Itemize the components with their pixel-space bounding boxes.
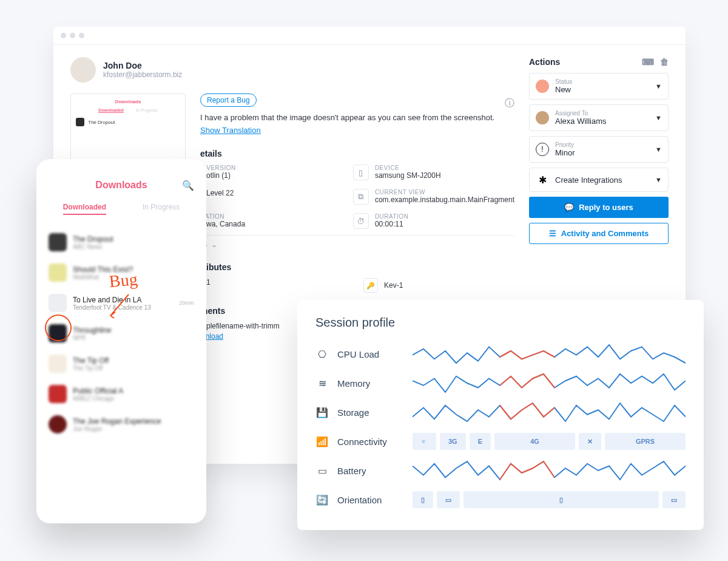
memory-icon: ≋: [315, 378, 329, 389]
attr-key-1: y-1: [200, 278, 351, 293]
battery-icon: ▭: [315, 465, 329, 477]
key-icon: 🔑: [363, 278, 378, 293]
status-label: Status: [555, 78, 572, 85]
location-label: CATION: [200, 213, 245, 220]
storage-icon: 💾: [315, 407, 329, 418]
duration-label: DURATION: [375, 213, 408, 220]
bug-description: I have a problem that the image doesn't …: [200, 113, 514, 122]
landscape-icon: ▭: [662, 491, 686, 508]
status-selector[interactable]: Status New ▼: [529, 73, 669, 100]
metric-storage: 💾 Storage: [315, 398, 686, 427]
assignee-selector[interactable]: Assigned To Alexa Williams ▼: [529, 104, 669, 131]
metric-label: Battery: [337, 466, 404, 476]
priority-selector[interactable]: ! Priority Minor ▼: [529, 136, 669, 163]
window-titlebar: [53, 27, 686, 45]
clock-icon: ⏱: [353, 213, 369, 229]
integrations-selector[interactable]: ✱ Create Integrations ▼: [529, 168, 669, 192]
show-translation-link[interactable]: Show Translation: [200, 126, 261, 135]
metric-battery: ▭ Battery: [315, 456, 686, 485]
podcast-art: [49, 264, 67, 282]
integrations-label: Create Integrations: [555, 175, 622, 185]
chevron-down-icon: ▼: [655, 83, 662, 90]
screenshot-thumbnail[interactable]: Downloads Downloaded In Progress The Dro…: [70, 93, 186, 163]
assignee-avatar: [536, 111, 549, 124]
list-item-highlighted: To Live and Die in LATenderfoot TV & Cad…: [49, 288, 194, 318]
conn-seg: E: [470, 433, 491, 450]
info-icon[interactable]: ⓘ: [505, 97, 514, 110]
metric-cpu: ⎔ CPU Load: [315, 339, 686, 369]
thumb-tab-inactive: In Progress: [136, 108, 158, 113]
device-label: DEVICE: [375, 165, 441, 171]
metric-orientation: 🔄 Orientation ▯ ▭ ▯ ▭: [315, 485, 686, 514]
priority-value: Minor: [555, 148, 575, 157]
section-details-title: etails: [200, 149, 514, 158]
thumb-title: Downloads: [76, 99, 180, 104]
sidebar-title: Actions: [529, 57, 560, 67]
phone-screenshot: Downloads 🔍 Downloaded In Progress The D…: [36, 159, 206, 523]
metric-label: Storage: [337, 407, 404, 418]
thumb-item-icon: [76, 118, 84, 126]
thumb-item-name: The Dropout: [88, 120, 115, 125]
podcast-art: [49, 355, 67, 373]
list-item: Public Official AWBEZ Chicago: [49, 379, 194, 409]
metric-memory: ≋ Memory: [315, 369, 686, 398]
podcast-art: [49, 415, 67, 433]
session-profile-card: Session profile ⎔ CPU Load ≋ Memory 💾 St…: [297, 300, 704, 530]
conn-seg: GPRS: [605, 433, 686, 450]
reporter-block: John Doe kfoster@jabberstorm.biz: [70, 57, 514, 83]
traffic-light: [70, 33, 75, 38]
memory-chart: [413, 373, 686, 393]
bug-annotation-circle: [45, 314, 72, 341]
status-dot-icon: [536, 80, 549, 93]
podcast-art-missing: [49, 294, 67, 312]
item-name: To Live and Die in LA: [73, 296, 151, 304]
avatar: [70, 57, 96, 83]
storage-chart: [413, 402, 686, 423]
status-value: New: [555, 85, 572, 94]
list-item: The Joe Rogan ExperienceJoe Rogan: [49, 409, 194, 440]
wifi-icon: ᯤ: [413, 433, 436, 450]
orientation-icon: 🔄: [315, 494, 329, 506]
current-view-label: CURRENT VIEW: [375, 189, 514, 195]
metric-label: Memory: [337, 378, 404, 389]
item-sub: Tenderfoot TV & Cadence 13: [73, 304, 151, 311]
location-value: tawa, Canada: [200, 220, 245, 228]
section-attributes-title: tributes: [200, 262, 514, 272]
conn-seg: 3G: [440, 433, 466, 450]
report-type-badge[interactable]: Report a Bug: [200, 93, 257, 107]
search-icon[interactable]: 🔍: [182, 180, 194, 191]
traffic-light: [79, 33, 84, 38]
traffic-light: [61, 33, 66, 38]
integrations-icon: ✱: [536, 173, 549, 186]
landscape-icon: ▭: [437, 491, 460, 508]
view-icon: ⧉: [353, 189, 369, 205]
expand-details[interactable]: ils ⌄: [200, 235, 514, 249]
list-item: The DropoutABC News: [49, 227, 194, 257]
metric-connectivity: 📶 Connectivity ᯤ 3G E 4G ✕ GPRS: [315, 427, 686, 456]
portrait-icon: ▯: [463, 491, 659, 508]
trash-icon[interactable]: 🗑: [660, 57, 669, 67]
chat-icon: 💬: [564, 203, 574, 212]
priority-label: Priority: [555, 141, 575, 148]
attr-key-2: Kev-1: [384, 281, 403, 290]
cpu-chart: [413, 344, 686, 364]
duration-value: 00:00:11: [375, 220, 408, 228]
keyboard-icon[interactable]: ⌨: [642, 57, 654, 67]
podcast-art: [49, 385, 67, 403]
list-item: The Tip OffThe Tip Off: [49, 348, 194, 379]
reporter-name: John Doe: [103, 61, 182, 70]
reply-button[interactable]: 💬 Reply to users: [529, 197, 669, 218]
metric-label: Connectivity: [337, 437, 404, 447]
bug-annotation-text: Bug: [109, 270, 138, 291]
battery-chart: [413, 460, 686, 481]
session-title: Session profile: [315, 316, 686, 330]
conn-seg: 4G: [494, 433, 575, 450]
metric-label: CPU Load: [337, 349, 404, 359]
activity-button[interactable]: ☰ Activity and Comments: [529, 223, 669, 244]
phone-title: Downloads: [95, 180, 147, 191]
phone-tab-inprogress[interactable]: In Progress: [143, 203, 180, 215]
phone-tab-downloaded[interactable]: Downloaded: [63, 203, 106, 215]
chevron-down-icon: ▼: [655, 176, 662, 183]
thumb-tab-active: Downloaded: [98, 108, 124, 113]
connectivity-icon: 📶: [315, 436, 329, 447]
